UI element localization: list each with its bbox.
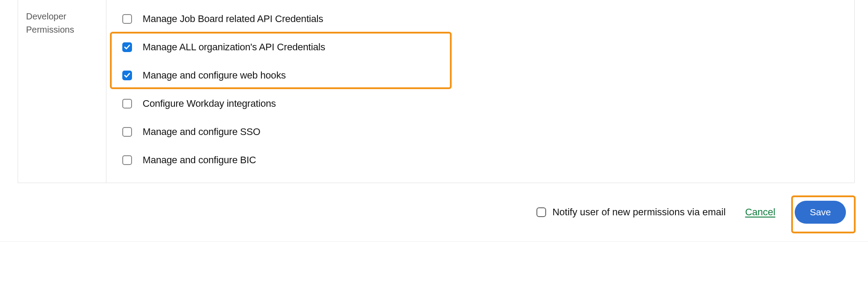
cancel-link[interactable]: Cancel	[745, 206, 775, 218]
section-label-line2: Permissions	[26, 23, 98, 36]
permission-row-sso: Manage and configure SSO	[122, 122, 838, 142]
footer-actions: Notify user of new permissions via email…	[0, 183, 868, 241]
checkbox-sso[interactable]	[122, 127, 132, 137]
checkbox-bic[interactable]	[122, 155, 132, 165]
permissions-options: Manage Job Board related API Credentials…	[106, 0, 854, 183]
permission-label: Manage Job Board related API Credentials	[143, 13, 323, 25]
checkbox-workday[interactable]	[122, 99, 132, 109]
permission-label: Configure Workday integrations	[143, 98, 276, 109]
permission-row-all-api: Manage ALL organization's API Credential…	[122, 37, 838, 57]
permissions-section: Developer Permissions Manage Job Board r…	[18, 0, 855, 183]
check-icon	[124, 72, 130, 79]
checkbox-web-hooks[interactable]	[122, 71, 132, 80]
permission-label: Manage and configure BIC	[143, 154, 256, 166]
bottom-divider	[0, 241, 868, 242]
permission-row-web-hooks: Manage and configure web hooks	[122, 65, 838, 86]
checkbox-notify-email[interactable]	[536, 207, 546, 217]
permission-label: Manage and configure web hooks	[143, 70, 286, 81]
notify-group: Notify user of new permissions via email	[536, 206, 725, 218]
permission-row-workday: Configure Workday integrations	[122, 94, 838, 114]
checkbox-job-board-api[interactable]	[122, 14, 132, 24]
permission-row-bic: Manage and configure BIC	[122, 150, 838, 170]
check-icon	[124, 44, 130, 50]
checkbox-all-api[interactable]	[122, 42, 132, 52]
permission-label: Manage and configure SSO	[143, 126, 260, 138]
permission-label: Manage ALL organization's API Credential…	[143, 41, 325, 53]
notify-label: Notify user of new permissions via email	[552, 206, 725, 218]
section-label: Developer Permissions	[18, 0, 106, 183]
permission-row-job-board-api: Manage Job Board related API Credentials	[122, 9, 838, 29]
section-label-line1: Developer	[26, 10, 98, 23]
save-button[interactable]: Save	[795, 201, 846, 224]
